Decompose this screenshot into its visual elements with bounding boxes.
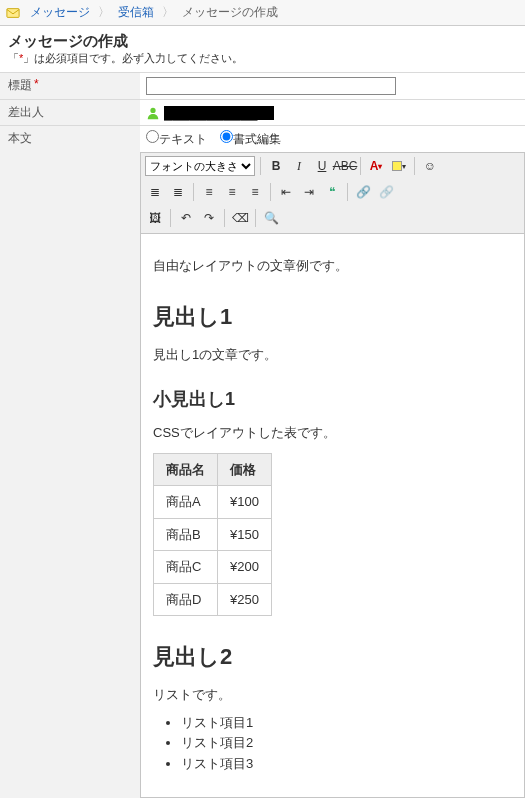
table-row: 商品B¥150 [154, 518, 272, 551]
row-from: 差出人 ███████████ [0, 99, 525, 125]
table-header-row: 商品名 価格 [154, 453, 272, 486]
content-list: リスト項目1 リスト項目2 リスト項目3 [181, 713, 512, 775]
ordered-list-button[interactable]: ≣ [168, 182, 188, 202]
preview-button[interactable]: 🔍 [261, 208, 281, 228]
table-row: 商品C¥200 [154, 551, 272, 584]
heading-2: 小見出し1 [153, 386, 512, 413]
bg-color-button[interactable]: ▾ [389, 156, 409, 176]
svg-point-1 [150, 107, 155, 112]
editor-content[interactable]: 自由なレイアウトの文章例です。 見出し1 見出し1の文章です。 小見出し1 CS… [140, 234, 525, 798]
row-body: 本文 テキスト 書式編集 フォントの大きさ B I U ABC A▾ ▾ ☺ ≣ [0, 125, 525, 798]
chevron-right-icon: 〉 [96, 4, 112, 21]
align-left-button[interactable]: ≡ [199, 182, 219, 202]
strike-button[interactable]: ABC [335, 156, 355, 176]
editor-toolbar: フォントの大きさ B I U ABC A▾ ▾ ☺ ≣ ≣ ≡ ≡ ≡ ⇤ [140, 152, 525, 234]
font-size-select[interactable]: フォントの大きさ [145, 156, 255, 176]
content-list-intro: リストです。 [153, 685, 512, 705]
breadcrumb: メッセージ 〉 受信箱 〉 メッセージの作成 [0, 0, 525, 26]
undo-button[interactable]: ↶ [176, 208, 196, 228]
outdent-button[interactable]: ⇤ [276, 182, 296, 202]
chevron-right-icon: 〉 [160, 4, 176, 21]
unlink-button[interactable]: 🔗 [376, 182, 396, 202]
required-note: 「*」は必須項目です。必ず入力してください。 [0, 51, 525, 72]
breadcrumb-item-messages[interactable]: メッセージ [24, 4, 96, 21]
label-body: 本文 [0, 126, 140, 798]
content-h1-text: 見出し1の文章です。 [153, 345, 512, 365]
row-subject: 標題* [0, 72, 525, 99]
table-row: 商品A¥100 [154, 486, 272, 519]
underline-button[interactable]: U [312, 156, 332, 176]
format-rich-radio[interactable]: 書式編集 [220, 132, 281, 146]
price-table: 商品名 価格 商品A¥100 商品B¥150 商品C¥200 商品D¥250 [153, 453, 272, 617]
breadcrumb-item-current: メッセージの作成 [176, 4, 284, 21]
clear-format-button[interactable]: ⌫ [230, 208, 250, 228]
format-text-radio[interactable]: テキスト [146, 132, 207, 146]
message-icon [6, 6, 20, 20]
content-h2-text: CSSでレイアウトした表です。 [153, 423, 512, 443]
image-button[interactable]: 🖼 [145, 208, 165, 228]
bold-button[interactable]: B [266, 156, 286, 176]
heading-1: 見出し1 [153, 300, 512, 333]
quote-button[interactable]: ❝ [322, 182, 342, 202]
table-row: 商品D¥250 [154, 583, 272, 616]
list-item: リスト項目3 [181, 754, 512, 775]
italic-button[interactable]: I [289, 156, 309, 176]
heading-1b: 見出し2 [153, 640, 512, 673]
list-item: リスト項目1 [181, 713, 512, 734]
subject-input[interactable] [146, 77, 396, 95]
emoji-button[interactable]: ☺ [420, 156, 440, 176]
page-title: メッセージの作成 [0, 26, 525, 51]
align-right-button[interactable]: ≡ [245, 182, 265, 202]
sender-name: ███████████ [164, 106, 274, 120]
text-color-button[interactable]: A▾ [366, 156, 386, 176]
label-from: 差出人 [0, 100, 140, 125]
breadcrumb-item-inbox[interactable]: 受信箱 [112, 4, 160, 21]
label-subject: 標題* [0, 73, 140, 99]
list-item: リスト項目2 [181, 733, 512, 754]
align-center-button[interactable]: ≡ [222, 182, 242, 202]
content-intro: 自由なレイアウトの文章例です。 [153, 256, 512, 276]
user-icon [146, 106, 160, 120]
indent-button[interactable]: ⇥ [299, 182, 319, 202]
link-button[interactable]: 🔗 [353, 182, 373, 202]
svg-rect-0 [7, 8, 19, 17]
unordered-list-button[interactable]: ≣ [145, 182, 165, 202]
redo-button[interactable]: ↷ [199, 208, 219, 228]
